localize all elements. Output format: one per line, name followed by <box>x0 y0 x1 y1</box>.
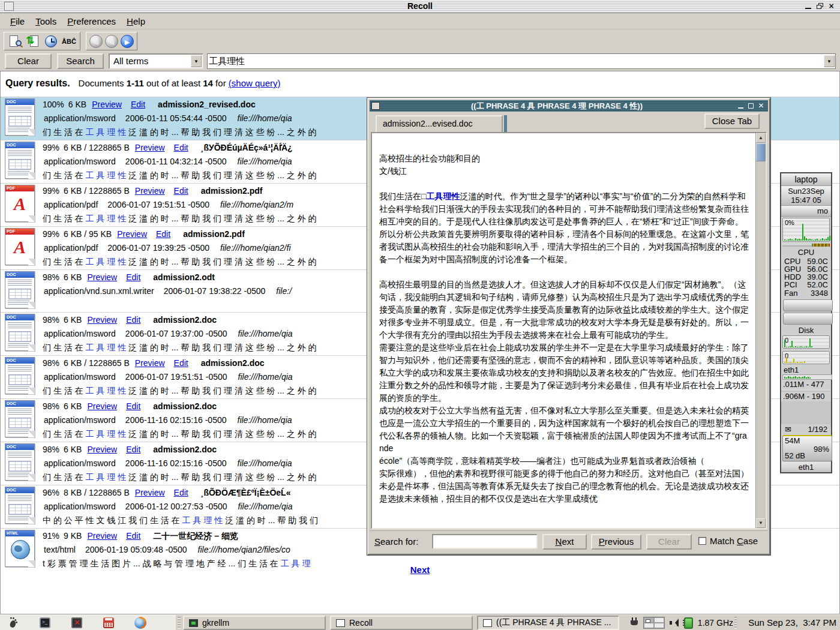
edit-link[interactable]: Edit <box>174 358 188 368</box>
close-button[interactable]: ✕ <box>757 101 766 110</box>
edit-link[interactable]: Edit <box>126 401 140 411</box>
menu-item-help[interactable]: Help <box>121 15 151 28</box>
result-size: 6 KB / 95 KB <box>64 229 112 239</box>
minimize-button[interactable] <box>803 1 814 11</box>
result-title: admission2.doc <box>201 358 265 368</box>
main-titlebar[interactable]: Recoll × <box>0 0 840 13</box>
edit-link[interactable]: Edit <box>156 229 170 239</box>
result-path: file:/ <box>276 286 292 296</box>
show-query-link[interactable]: (show query) <box>229 78 281 88</box>
preview-link[interactable]: Preview <box>135 488 165 497</box>
close-button[interactable]: × <box>826 1 836 11</box>
typewriter-launcher-icon[interactable] <box>103 617 115 629</box>
preview-link[interactable]: Preview <box>87 531 117 541</box>
temperature-readouts: CPU59.0CGPU56.0CHDD39.0CPCI52.0C <box>781 257 831 289</box>
result-date: 2006-01-07 19:51:51 -0500 <box>125 372 227 382</box>
edit-link[interactable]: Edit <box>126 272 140 282</box>
taskbar-clock[interactable]: Sun Sep 23, 3:47 PM <box>748 615 836 630</box>
sort-results-icon[interactable]: ⇅ <box>25 34 41 49</box>
preview-titlebar[interactable]: ((工 PHRASE 4 具 PHRASE 4 理 PHRASE 4 性)) ✕ <box>370 100 768 112</box>
preview-scrollbar[interactable]: ▲ ▼ <box>755 133 766 528</box>
result-path: file:///home/qian2/files/co <box>198 545 290 554</box>
window-title: Recoll <box>0 1 840 11</box>
preview-link[interactable]: Preview <box>135 186 165 196</box>
cpu-section-label: CPU <box>781 248 831 257</box>
chevron-down-icon[interactable]: ▼ <box>191 55 202 67</box>
preview-text[interactable]: 高校招生的社会功能和目的 文/钱江我们生活在□工具理性泛滥的时代。作为“世之显学… <box>372 133 755 528</box>
maximize-button[interactable] <box>746 101 755 110</box>
result-mimetype: application/msword <box>44 372 116 382</box>
menu-item-preferences[interactable]: Preferences <box>62 15 121 28</box>
cpu-freq-icon[interactable] <box>684 617 693 629</box>
panel-drag-handle[interactable] <box>734 617 737 629</box>
menu-item-file[interactable]: File <box>5 15 30 28</box>
gkrellm-task-icon <box>189 619 198 627</box>
terminal-launcher-icon[interactable]: >_ <box>39 617 51 629</box>
preview-link[interactable]: Preview <box>117 229 147 239</box>
memory-value: 54M <box>785 436 800 445</box>
edit-link[interactable]: Edit <box>126 315 140 325</box>
task-button[interactable]: gkrellm <box>183 616 326 630</box>
menu-item-tools[interactable]: Tools <box>30 15 62 28</box>
preview-link[interactable]: Preview <box>92 100 122 109</box>
edit-link[interactable]: Edit <box>174 488 188 497</box>
firefox-launcher-icon[interactable] <box>134 617 146 629</box>
edit-link[interactable]: Edit <box>126 445 140 454</box>
find-clear-button[interactable]: Clear <box>646 534 692 550</box>
speaker-icon[interactable] <box>670 618 679 628</box>
find-input[interactable] <box>432 534 538 549</box>
find-previous-button[interactable]: Previous <box>591 534 641 550</box>
gnome-menu-launcher-icon[interactable] <box>7 617 19 629</box>
preview-link[interactable]: Preview <box>87 401 117 411</box>
preview-tab[interactable]: admission2...evised.doc <box>376 115 503 132</box>
preview-link[interactable]: Preview <box>87 272 117 282</box>
result-range: 1-11 <box>127 78 144 88</box>
first-page-icon[interactable]: ◀ <box>89 35 103 48</box>
edit-link[interactable]: Edit <box>126 531 140 541</box>
match-case-option[interactable]: Match Case <box>698 536 758 546</box>
doc-file-icon: DOC <box>4 357 37 395</box>
power-plug-icon[interactable] <box>631 617 638 628</box>
task-button[interactable]: Recoll <box>330 616 473 630</box>
chevron-down-icon[interactable]: ▼ <box>824 55 835 67</box>
window-menu-icon[interactable] <box>371 102 380 110</box>
gkrellm-monitor[interactable]: laptop Sun23Sep 15:47 05 mo 0% CPU CPU59… <box>780 172 832 473</box>
preview-link[interactable]: Preview <box>135 143 165 152</box>
edit-link[interactable]: Edit <box>174 186 188 196</box>
result-path: file:///home/qian2/fi <box>220 243 291 253</box>
task-button[interactable]: ((工 PHRASE 4 具 PHRASE ... <box>477 616 619 630</box>
close-tab-button[interactable]: Close Tab <box>704 113 760 129</box>
preview-document-icon[interactable] <box>7 34 23 49</box>
system-tray: 1.87 GHz <box>631 615 733 630</box>
search-input[interactable] <box>209 55 815 68</box>
preview-link[interactable]: Preview <box>135 358 165 368</box>
search-mode-select[interactable]: All terms ▼ <box>109 53 203 69</box>
fan-label: Fan <box>784 289 797 298</box>
edit-link[interactable]: Edit <box>174 143 188 152</box>
find-next-button[interactable]: Next <box>542 534 587 550</box>
restore-button[interactable] <box>815 1 825 11</box>
checkbox-icon[interactable] <box>698 537 706 545</box>
scroll-down-icon[interactable]: ▼ <box>756 518 766 528</box>
minimize-button[interactable] <box>736 101 745 110</box>
workspace-switcher[interactable] <box>643 617 665 629</box>
panel-drag-handle[interactable] <box>178 617 181 629</box>
edit-link[interactable]: Edit <box>131 100 145 109</box>
term-explorer-icon[interactable]: ÅBĈ <box>61 34 77 49</box>
scrollbar-thumb[interactable] <box>756 143 766 161</box>
next-results-link[interactable]: Next <box>410 565 430 575</box>
preview-link[interactable]: Preview <box>87 445 117 454</box>
clear-button[interactable]: Clear <box>5 53 52 69</box>
previous-page-icon[interactable]: ◀ <box>105 35 118 48</box>
scroll-up-icon[interactable]: ▲ <box>756 133 766 143</box>
disk-chart-2: 0 <box>782 351 830 364</box>
gkrellm-date: Sun23Sep <box>781 187 831 196</box>
preview-link[interactable]: Preview <box>87 315 117 325</box>
eth-label: eth1 <box>781 365 831 374</box>
result-size: 6 KB / 1228865 B <box>64 143 130 152</box>
history-clock-icon[interactable] <box>43 34 59 49</box>
next-page-icon[interactable]: ▶ <box>121 35 134 48</box>
screenshot-launcher-icon[interactable] <box>71 617 83 629</box>
search-button[interactable]: Search <box>57 53 104 69</box>
query-results-label: Query results. <box>5 78 70 88</box>
